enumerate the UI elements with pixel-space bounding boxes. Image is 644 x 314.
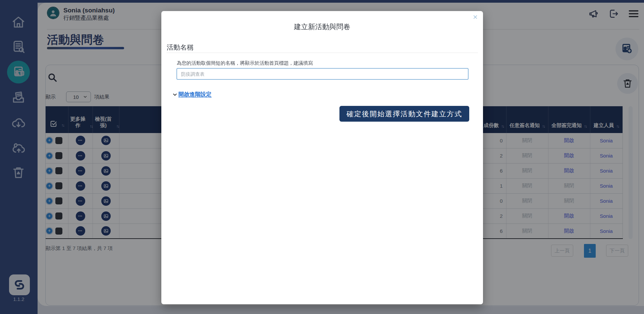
advanced-settings-link[interactable]: 開啟進階設定	[178, 91, 212, 98]
create-activity-modal: × 建立新活動與問卷 活動名稱 為您的活動取個簡短的名稱，將顯示於活動首頁標題，…	[161, 11, 483, 304]
activity-name-help-text: 為您的活動取個簡短的名稱，將顯示於活動首頁標題，建議填寫	[177, 60, 313, 66]
confirm-create-button[interactable]: 確定後開始選擇活動文件建立方式	[339, 106, 469, 122]
section-divider	[166, 53, 478, 53]
chevron-down-icon	[172, 92, 177, 97]
activity-name-input[interactable]	[176, 68, 469, 80]
close-icon[interactable]: ×	[473, 12, 478, 22]
activity-name-section-title: 活動名稱	[167, 43, 194, 52]
modal-title: 建立新活動與問卷	[161, 22, 483, 32]
